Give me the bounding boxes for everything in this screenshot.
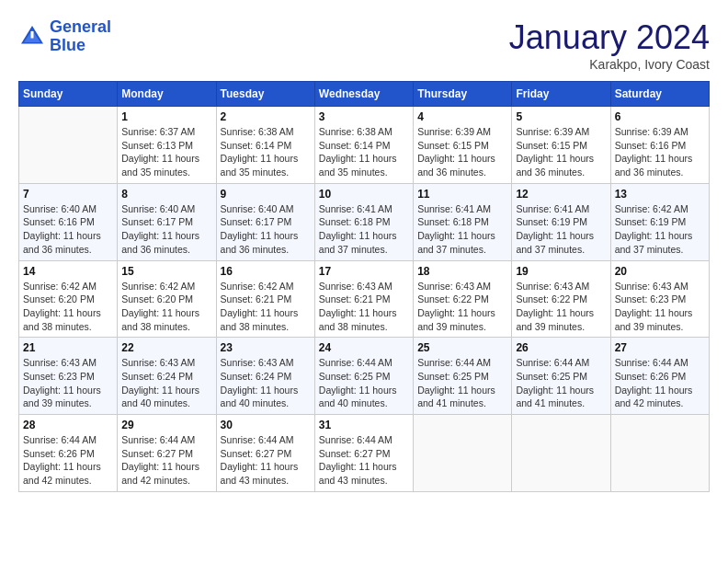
logo-line2: Blue: [50, 36, 85, 54]
day-info: Sunrise: 6:43 AM Sunset: 6:23 PM Dayligh…: [615, 280, 705, 334]
calendar-week-row: 14Sunrise: 6:42 AM Sunset: 6:20 PM Dayli…: [19, 260, 710, 338]
day-info: Sunrise: 6:38 AM Sunset: 6:14 PM Dayligh…: [319, 125, 409, 179]
calendar-week-row: 1Sunrise: 6:37 AM Sunset: 6:13 PM Daylig…: [19, 107, 710, 184]
day-info: Sunrise: 6:39 AM Sunset: 6:15 PM Dayligh…: [417, 125, 507, 179]
calendar-cell: 30Sunrise: 6:44 AM Sunset: 6:27 PM Dayli…: [216, 415, 314, 492]
calendar-cell: 25Sunrise: 6:44 AM Sunset: 6:25 PM Dayli…: [414, 338, 512, 415]
day-number: 21: [23, 341, 113, 354]
day-info: Sunrise: 6:44 AM Sunset: 6:26 PM Dayligh…: [615, 356, 705, 410]
weekday-header: Monday: [118, 82, 216, 107]
day-info: Sunrise: 6:42 AM Sunset: 6:21 PM Dayligh…: [221, 280, 311, 334]
logo: General Blue: [18, 18, 111, 55]
calendar-cell: 12Sunrise: 6:41 AM Sunset: 6:19 PM Dayli…: [512, 183, 610, 260]
day-info: Sunrise: 6:39 AM Sunset: 6:16 PM Dayligh…: [615, 125, 705, 179]
calendar-cell: 24Sunrise: 6:44 AM Sunset: 6:25 PM Dayli…: [314, 338, 413, 415]
calendar-week-row: 21Sunrise: 6:43 AM Sunset: 6:23 PM Dayli…: [19, 338, 710, 415]
day-number: 27: [615, 341, 705, 354]
day-number: 14: [23, 265, 113, 278]
day-info: Sunrise: 6:37 AM Sunset: 6:13 PM Dayligh…: [121, 125, 211, 179]
calendar-cell: 1Sunrise: 6:37 AM Sunset: 6:13 PM Daylig…: [118, 107, 216, 184]
day-number: 6: [615, 110, 705, 123]
day-number: 29: [121, 419, 211, 431]
day-number: 25: [417, 341, 507, 354]
day-info: Sunrise: 6:44 AM Sunset: 6:25 PM Dayligh…: [319, 356, 409, 410]
calendar-cell: 16Sunrise: 6:42 AM Sunset: 6:21 PM Dayli…: [216, 260, 314, 338]
calendar-table: SundayMondayTuesdayWednesdayThursdayFrid…: [18, 81, 710, 492]
calendar-cell: 18Sunrise: 6:43 AM Sunset: 6:22 PM Dayli…: [414, 260, 512, 338]
calendar-cell: 5Sunrise: 6:39 AM Sunset: 6:15 PM Daylig…: [512, 107, 610, 184]
calendar-cell: 15Sunrise: 6:42 AM Sunset: 6:20 PM Dayli…: [118, 260, 216, 338]
calendar-cell: 28Sunrise: 6:44 AM Sunset: 6:26 PM Dayli…: [19, 415, 118, 492]
day-number: 18: [417, 265, 507, 278]
logo-line1: General: [50, 17, 111, 36]
day-number: 30: [221, 419, 311, 431]
day-number: 12: [516, 188, 606, 201]
weekday-header: Thursday: [414, 82, 512, 107]
calendar-cell: [19, 107, 118, 184]
day-number: 3: [319, 110, 409, 123]
day-number: 13: [615, 188, 705, 201]
calendar-cell: 27Sunrise: 6:44 AM Sunset: 6:26 PM Dayli…: [610, 338, 709, 415]
day-info: Sunrise: 6:44 AM Sunset: 6:25 PM Dayligh…: [516, 356, 606, 410]
calendar-week-row: 28Sunrise: 6:44 AM Sunset: 6:26 PM Dayli…: [19, 415, 710, 492]
header-row: SundayMondayTuesdayWednesdayThursdayFrid…: [19, 82, 710, 107]
logo-icon: [18, 23, 46, 51]
day-number: 8: [121, 188, 211, 201]
day-number: 10: [319, 188, 409, 201]
calendar-week-row: 7Sunrise: 6:40 AM Sunset: 6:16 PM Daylig…: [19, 183, 710, 260]
calendar-cell: 9Sunrise: 6:40 AM Sunset: 6:17 PM Daylig…: [216, 183, 314, 260]
calendar-cell: 31Sunrise: 6:44 AM Sunset: 6:27 PM Dayli…: [314, 415, 413, 492]
day-info: Sunrise: 6:40 AM Sunset: 6:16 PM Dayligh…: [23, 202, 113, 257]
weekday-header: Saturday: [610, 82, 709, 107]
calendar-cell: [512, 415, 610, 492]
day-info: Sunrise: 6:42 AM Sunset: 6:20 PM Dayligh…: [23, 280, 113, 334]
weekday-header: Tuesday: [216, 82, 314, 107]
calendar-cell: 21Sunrise: 6:43 AM Sunset: 6:23 PM Dayli…: [19, 338, 118, 415]
day-info: Sunrise: 6:39 AM Sunset: 6:15 PM Dayligh…: [516, 125, 606, 179]
calendar-cell: 8Sunrise: 6:40 AM Sunset: 6:17 PM Daylig…: [118, 183, 216, 260]
day-info: Sunrise: 6:43 AM Sunset: 6:22 PM Dayligh…: [417, 280, 507, 334]
day-number: 11: [417, 188, 507, 201]
calendar-cell: 20Sunrise: 6:43 AM Sunset: 6:23 PM Dayli…: [610, 260, 709, 338]
day-info: Sunrise: 6:40 AM Sunset: 6:17 PM Dayligh…: [121, 202, 211, 257]
day-number: 28: [23, 419, 113, 431]
day-number: 4: [417, 110, 507, 123]
day-number: 17: [319, 265, 409, 278]
day-number: 1: [121, 110, 211, 123]
day-info: Sunrise: 6:41 AM Sunset: 6:19 PM Dayligh…: [516, 202, 606, 257]
location-subtitle: Karakpo, Ivory Coast: [509, 57, 710, 72]
day-info: Sunrise: 6:44 AM Sunset: 6:27 PM Dayligh…: [121, 433, 211, 488]
day-info: Sunrise: 6:44 AM Sunset: 6:25 PM Dayligh…: [417, 356, 507, 410]
day-number: 20: [615, 265, 705, 278]
calendar-cell: 13Sunrise: 6:42 AM Sunset: 6:19 PM Dayli…: [610, 183, 709, 260]
calendar-cell: 22Sunrise: 6:43 AM Sunset: 6:24 PM Dayli…: [118, 338, 216, 415]
calendar-cell: [414, 415, 512, 492]
day-info: Sunrise: 6:41 AM Sunset: 6:18 PM Dayligh…: [319, 202, 409, 257]
day-info: Sunrise: 6:43 AM Sunset: 6:24 PM Dayligh…: [121, 356, 211, 410]
day-number: 7: [23, 188, 113, 201]
day-info: Sunrise: 6:42 AM Sunset: 6:19 PM Dayligh…: [615, 202, 705, 257]
calendar-cell: 26Sunrise: 6:44 AM Sunset: 6:25 PM Dayli…: [512, 338, 610, 415]
calendar-cell: 2Sunrise: 6:38 AM Sunset: 6:14 PM Daylig…: [216, 107, 314, 184]
calendar-cell: 14Sunrise: 6:42 AM Sunset: 6:20 PM Dayli…: [19, 260, 118, 338]
day-info: Sunrise: 6:43 AM Sunset: 6:23 PM Dayligh…: [23, 356, 113, 410]
day-number: 23: [221, 341, 311, 354]
title-block: January 2024 Karakpo, Ivory Coast: [509, 18, 710, 72]
calendar-cell: [610, 415, 709, 492]
calendar-cell: 3Sunrise: 6:38 AM Sunset: 6:14 PM Daylig…: [314, 107, 413, 184]
day-number: 16: [221, 265, 311, 278]
logo-text: General Blue: [50, 18, 111, 55]
svg-rect-2: [31, 31, 34, 39]
weekday-header: Sunday: [19, 82, 118, 107]
day-number: 19: [516, 265, 606, 278]
day-info: Sunrise: 6:40 AM Sunset: 6:17 PM Dayligh…: [221, 202, 311, 257]
calendar-cell: 4Sunrise: 6:39 AM Sunset: 6:15 PM Daylig…: [414, 107, 512, 184]
calendar-cell: 19Sunrise: 6:43 AM Sunset: 6:22 PM Dayli…: [512, 260, 610, 338]
day-info: Sunrise: 6:44 AM Sunset: 6:27 PM Dayligh…: [221, 433, 311, 488]
day-number: 5: [516, 110, 606, 123]
day-info: Sunrise: 6:41 AM Sunset: 6:18 PM Dayligh…: [417, 202, 507, 257]
calendar-cell: 6Sunrise: 6:39 AM Sunset: 6:16 PM Daylig…: [610, 107, 709, 184]
weekday-header: Wednesday: [314, 82, 413, 107]
day-info: Sunrise: 6:38 AM Sunset: 6:14 PM Dayligh…: [221, 125, 311, 179]
day-info: Sunrise: 6:44 AM Sunset: 6:27 PM Dayligh…: [319, 433, 409, 488]
